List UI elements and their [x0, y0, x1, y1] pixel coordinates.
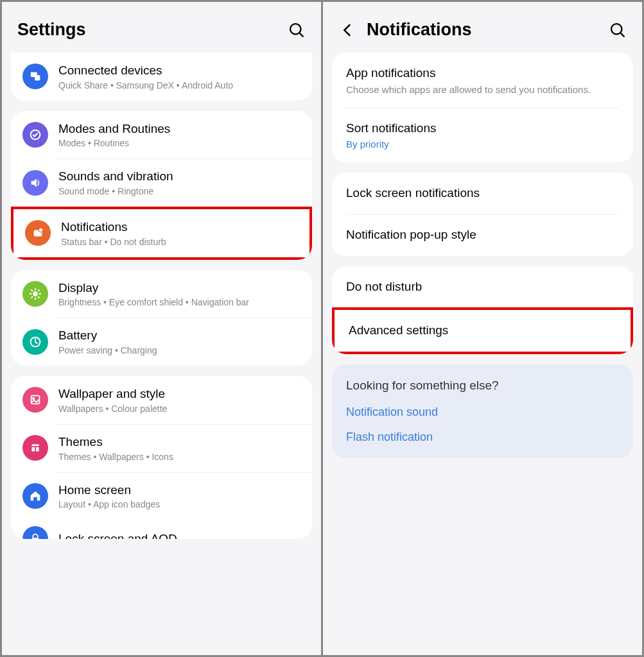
settings-item-themes[interactable]: Themes Themes • Wallpapers • Icons — [11, 424, 312, 472]
svg-line-13 — [39, 297, 39, 298]
svg-line-14 — [31, 297, 32, 298]
item-sub: Brightness • Eye comfort shield • Naviga… — [58, 297, 300, 307]
sound-icon — [22, 170, 48, 196]
themes-icon — [22, 435, 48, 461]
page-title: Notifications — [367, 20, 609, 40]
battery-icon — [22, 329, 48, 355]
item-sub: Themes • Wallpapers • Icons — [58, 452, 300, 462]
item-title: Advanced settings — [349, 323, 616, 339]
item-title: Display — [58, 280, 300, 296]
settings-item-battery[interactable]: Battery Power saving • Charging — [11, 318, 312, 366]
svg-point-20 — [611, 24, 622, 34]
connected-devices-icon — [22, 64, 48, 89]
item-sub: Layout • App icon badges — [58, 499, 300, 509]
item-title: Modes and Routines — [58, 121, 300, 137]
looking-for-title: Looking for something else? — [346, 379, 619, 393]
svg-rect-3 — [35, 76, 40, 81]
notifications-list[interactable]: App notifications Choose which apps are … — [323, 53, 642, 655]
item-title: Notifications — [61, 219, 298, 235]
page-title: Settings — [17, 20, 288, 40]
item-title: Sort notifications — [346, 121, 619, 137]
settings-item-display[interactable]: Display Brightness • Eye comfort shield … — [11, 270, 312, 318]
item-sub: Wallpapers • Colour palette — [58, 404, 300, 414]
item-sub: Power saving • Charging — [58, 345, 300, 355]
settings-list[interactable]: Connected devices Quick Share • Samsung … — [2, 53, 321, 655]
home-icon — [22, 483, 48, 509]
notifications-icon — [25, 220, 51, 246]
lock-icon — [22, 526, 48, 539]
back-button[interactable] — [338, 21, 356, 39]
svg-line-21 — [621, 33, 625, 37]
svg-point-6 — [39, 228, 42, 232]
settings-item-notifications[interactable]: Notifications Status bar • Do not distur… — [11, 207, 312, 260]
link-flash-notification[interactable]: Flash notification — [346, 431, 619, 444]
item-sub: Sound mode • Ringtone — [58, 186, 300, 196]
link-notification-sound[interactable]: Notification sound — [346, 405, 619, 419]
item-title: App notifications — [346, 65, 619, 81]
item-do-not-disturb[interactable]: Do not disturb — [332, 266, 633, 308]
item-sub: Modes • Routines — [58, 138, 300, 148]
item-app-notifications[interactable]: App notifications Choose which apps are … — [332, 53, 633, 108]
search-icon[interactable] — [609, 21, 627, 39]
item-value: By priority — [346, 139, 619, 149]
item-title: Do not disturb — [346, 279, 619, 295]
modes-icon — [22, 122, 48, 148]
svg-point-0 — [290, 24, 300, 34]
search-icon[interactable] — [288, 21, 306, 39]
svg-rect-19 — [32, 538, 39, 539]
looking-for-box: Looking for something else? Notification… — [332, 364, 633, 458]
wallpaper-icon — [22, 387, 48, 413]
item-sort-notifications[interactable]: Sort notifications By priority — [332, 108, 633, 163]
item-notification-popup-style[interactable]: Notification pop-up style — [332, 214, 633, 256]
item-title: Notification pop-up style — [346, 227, 619, 243]
settings-panel: Settings Connected devices Quick Share •… — [2, 2, 321, 655]
item-title: Connected devices — [58, 63, 300, 79]
item-title: Lock screen and AOD — [58, 531, 300, 539]
svg-line-15 — [39, 290, 39, 291]
settings-item-modes-routines[interactable]: Modes and Routines Modes • Routines — [11, 111, 312, 159]
svg-line-12 — [31, 290, 32, 291]
item-title: Lock screen notifications — [346, 185, 619, 201]
settings-item-lock-screen[interactable]: Lock screen and AOD — [11, 520, 312, 539]
settings-item-connected-devices[interactable]: Connected devices Quick Share • Samsung … — [11, 53, 312, 101]
settings-header: Settings — [2, 2, 321, 53]
svg-point-18 — [33, 398, 35, 400]
item-title: Battery — [58, 328, 300, 344]
svg-point-7 — [33, 291, 37, 296]
notifications-panel: Notifications App notifications Choose w… — [323, 2, 642, 655]
notifications-header: Notifications — [323, 2, 642, 53]
settings-item-wallpaper-style[interactable]: Wallpaper and style Wallpapers • Colour … — [11, 376, 312, 424]
item-title: Home screen — [58, 482, 300, 499]
settings-item-sounds-vibration[interactable]: Sounds and vibration Sound mode • Ringto… — [11, 158, 312, 207]
item-title: Sounds and vibration — [58, 169, 300, 185]
item-title: Themes — [58, 434, 300, 450]
item-lock-screen-notifications[interactable]: Lock screen notifications — [332, 173, 633, 214]
item-advanced-settings[interactable]: Advanced settings — [332, 307, 633, 354]
svg-line-1 — [300, 33, 304, 37]
settings-item-home-screen[interactable]: Home screen Layout • App icon badges — [11, 472, 312, 520]
item-desc: Choose which apps are allowed to send yo… — [346, 84, 619, 95]
item-sub: Quick Share • Samsung DeX • Android Auto — [58, 80, 300, 90]
item-title: Wallpaper and style — [58, 386, 300, 402]
display-icon — [22, 281, 48, 307]
item-sub: Status bar • Do not disturb — [61, 237, 298, 247]
